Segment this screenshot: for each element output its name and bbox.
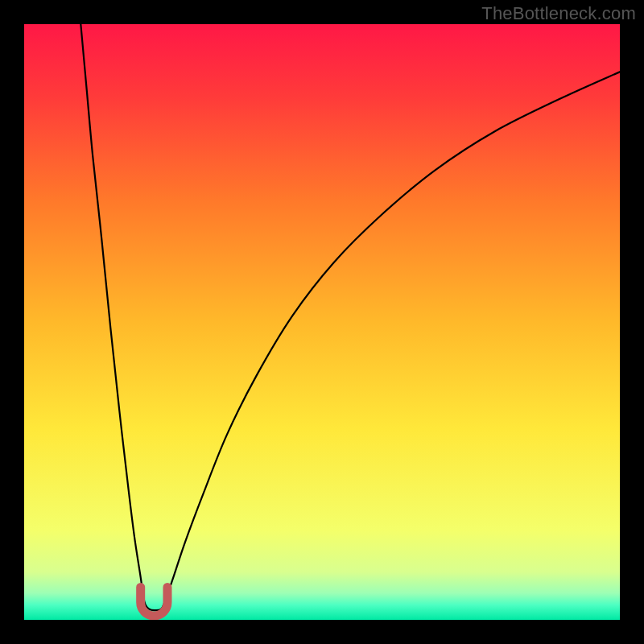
chart-svg <box>24 24 620 620</box>
outer-frame: TheBottleneck.com <box>0 0 644 644</box>
watermark-text: TheBottleneck.com <box>481 3 636 24</box>
plot-area <box>24 24 620 620</box>
